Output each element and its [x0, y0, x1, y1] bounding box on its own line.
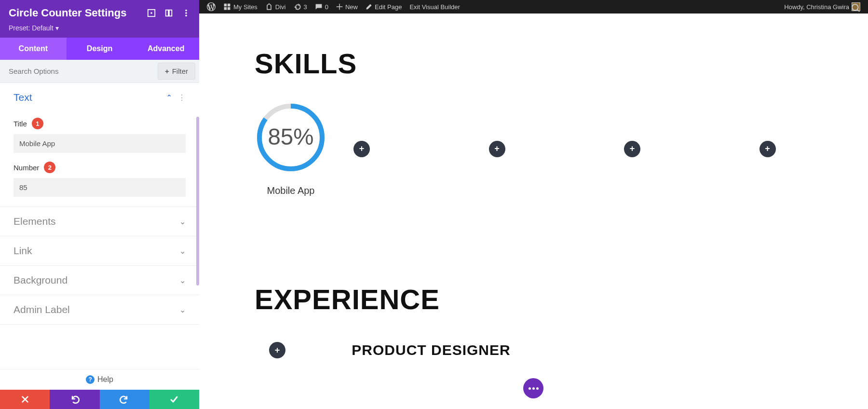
undo-button[interactable]	[50, 390, 99, 409]
scrollbar-thumb[interactable]	[196, 117, 199, 286]
kebab-icon[interactable]	[182, 9, 190, 17]
comments-link[interactable]: 0	[311, 0, 332, 14]
add-module-button[interactable]: +	[489, 141, 505, 157]
section-text-title: Text	[14, 92, 32, 103]
wp-admin-bar: My Sites Divi 3 0 New Edit Page Exit Vis…	[199, 0, 868, 14]
snap-icon[interactable]	[147, 9, 156, 17]
my-sites-label: My Sites	[233, 3, 258, 11]
preset-selector[interactable]: Preset: Default ▾	[9, 24, 190, 32]
panel-footer: ? Help	[0, 369, 199, 409]
svg-rect-4	[166, 10, 168, 16]
edit-page-link[interactable]: Edit Page	[362, 0, 406, 14]
chevron-down-icon: ⌄	[179, 276, 186, 285]
title-field-label: Title	[14, 120, 27, 128]
title-input[interactable]	[14, 134, 186, 153]
discard-button[interactable]	[0, 390, 50, 409]
save-button[interactable]	[149, 390, 199, 409]
panel-scrollbar[interactable]	[196, 117, 199, 369]
circle-title: Mobile App	[267, 185, 315, 196]
section-background: Background ⌄	[0, 266, 199, 295]
comments-count: 0	[325, 3, 328, 11]
filter-label: Filter	[172, 67, 188, 75]
updates-link[interactable]: 3	[290, 0, 311, 14]
svg-point-7	[185, 12, 187, 14]
tab-design[interactable]: Design	[67, 38, 133, 60]
section-elements-title: Elements	[14, 216, 56, 227]
heading-experience: EXPERIENCE	[255, 283, 868, 315]
chevron-down-icon: ⌄	[179, 246, 186, 256]
search-input[interactable]	[0, 60, 154, 82]
site-name-label: Divi	[275, 3, 286, 11]
section-background-header[interactable]: Background ⌄	[0, 266, 199, 295]
settings-panel: Circle Counter Settings Preset: Default …	[0, 0, 199, 409]
preset-label: Preset: Default	[9, 24, 54, 32]
panel-tabs: Content Design Advanced	[0, 38, 199, 60]
annotation-badge-1: 1	[32, 118, 43, 129]
wp-logo[interactable]	[203, 0, 219, 14]
updates-count: 3	[304, 3, 307, 11]
new-link[interactable]: New	[332, 0, 362, 14]
redo-button[interactable]	[100, 390, 149, 409]
greeting-text: Howdy, Christina Gwira	[784, 3, 849, 11]
help-icon: ?	[86, 375, 95, 384]
new-label: New	[345, 3, 358, 11]
add-module-button[interactable]: +	[353, 141, 370, 157]
section-link-header[interactable]: Link ⌄	[0, 236, 199, 265]
site-name-link[interactable]: Divi	[261, 0, 290, 14]
filter-button[interactable]: + Filter	[158, 63, 195, 80]
circle-percent-text: 85%	[268, 124, 313, 150]
plus-icon: +	[165, 67, 169, 75]
exit-vb-label: Exit Visual Builder	[409, 3, 460, 11]
my-sites-link[interactable]: My Sites	[219, 0, 261, 14]
expand-icon[interactable]	[164, 9, 173, 17]
add-module-button[interactable]: +	[624, 141, 640, 157]
section-link-title: Link	[14, 245, 32, 257]
admin-search-button[interactable]	[848, 1, 864, 15]
add-module-button[interactable]: +	[760, 141, 776, 157]
chevron-up-icon: ⌃	[166, 94, 172, 102]
section-admin-label: Admin Label ⌄	[0, 295, 199, 325]
svg-point-3	[150, 12, 152, 14]
search-filter-row: + Filter	[0, 60, 199, 83]
product-designer-heading: PRODUCT DESIGNER	[285, 342, 577, 358]
section-elements: Elements ⌄	[0, 207, 199, 236]
chevron-down-icon: ▾	[55, 24, 59, 32]
tab-content[interactable]: Content	[0, 38, 67, 60]
section-elements-header[interactable]: Elements ⌄	[0, 207, 199, 236]
number-input[interactable]	[14, 178, 186, 197]
svg-point-8	[185, 15, 187, 17]
section-admin-label-title: Admin Label	[14, 304, 70, 315]
chevron-down-icon: ⌄	[179, 305, 186, 314]
svg-rect-5	[169, 10, 172, 16]
circle-counter-module[interactable]: 85% Mobile App	[255, 101, 327, 196]
page-preview: SKILLS 85% Mobile App + + + + EXPERIENCE…	[199, 14, 868, 409]
panel-title: Circle Counter Settings	[9, 7, 126, 19]
edit-page-label: Edit Page	[375, 3, 402, 11]
number-field-label: Number	[14, 164, 39, 172]
heading-skills: SKILLS	[255, 47, 868, 80]
section-link: Link ⌄	[0, 236, 199, 266]
chevron-down-icon: ⌄	[179, 217, 186, 226]
page-settings-fab[interactable]	[523, 378, 543, 398]
skills-row: 85% Mobile App + + + +	[255, 101, 868, 196]
tab-advanced[interactable]: Advanced	[133, 38, 199, 60]
circle-progress: 85%	[255, 101, 327, 174]
annotation-badge-2: 2	[44, 162, 55, 173]
help-label: Help	[97, 375, 113, 384]
section-text: Text ⌃ ⋮ Title 1 Number 2	[0, 83, 199, 207]
exit-vb-link[interactable]: Exit Visual Builder	[406, 0, 464, 14]
add-module-button[interactable]: +	[269, 342, 285, 358]
svg-point-6	[185, 10, 187, 12]
experience-row: + PRODUCT DESIGNER	[255, 342, 868, 358]
section-admin-label-header[interactable]: Admin Label ⌄	[0, 295, 199, 324]
panel-header: Circle Counter Settings Preset: Default …	[0, 0, 199, 38]
section-text-header[interactable]: Text ⌃ ⋮	[0, 83, 199, 112]
help-link[interactable]: ? Help	[0, 369, 199, 390]
section-background-title: Background	[14, 274, 68, 286]
kebab-icon[interactable]: ⋮	[178, 94, 186, 102]
